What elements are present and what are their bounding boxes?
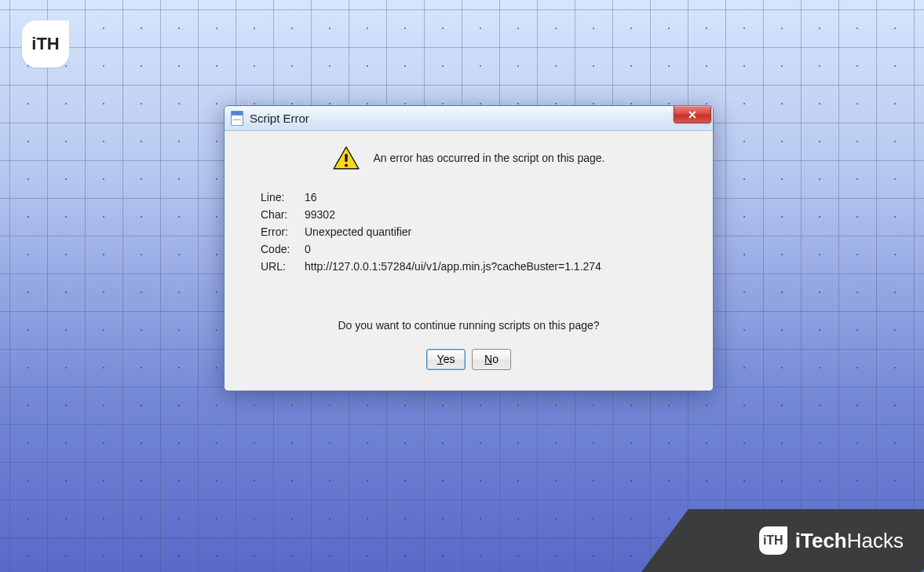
close-icon: ✕ xyxy=(688,108,697,121)
script-error-dialog: Script Error ✕ An error has occurred in … xyxy=(224,105,714,391)
watermark-banner-logo: iTH xyxy=(759,526,787,555)
svg-point-2 xyxy=(345,164,348,167)
code-label: Code: xyxy=(261,240,305,258)
warning-icon xyxy=(333,146,360,170)
close-button[interactable]: ✕ xyxy=(674,106,711,123)
line-label: Line: xyxy=(261,189,305,206)
dialog-buttons: Yes No xyxy=(245,349,692,373)
char-label: Char: xyxy=(261,206,305,223)
watermark-logo-top: iTH xyxy=(22,20,69,68)
url-value: http://127.0.0.1:57284/ui/v1/app.min.js?… xyxy=(305,258,608,275)
yes-accelerator: Y xyxy=(437,353,444,365)
continue-question: Do you want to continue running scripts … xyxy=(245,319,692,332)
no-button[interactable]: No xyxy=(472,349,511,370)
svg-rect-1 xyxy=(345,154,347,163)
detail-row-error: Error: Unexpected quantifier xyxy=(261,223,608,240)
dialog-title: Script Error xyxy=(250,112,309,125)
detail-row-char: Char: 99302 xyxy=(261,206,608,223)
yes-button[interactable]: Yes xyxy=(426,349,466,370)
watermark-banner: iTH iTechHacks xyxy=(641,509,924,572)
no-accelerator: N xyxy=(484,353,492,365)
code-value: 0 xyxy=(305,240,608,258)
error-details-table: Line: 16 Char: 99302 Error: Unexpected q… xyxy=(261,189,608,275)
no-rest: o xyxy=(492,353,499,365)
error-label: Error: xyxy=(261,223,305,240)
watermark-text-light: Hacks xyxy=(847,529,904,552)
dialog-titlebar[interactable]: Script Error ✕ xyxy=(225,106,713,131)
detail-row-url: URL: http://127.0.0.1:57284/ui/v1/app.mi… xyxy=(261,258,608,275)
detail-row-code: Code: 0 xyxy=(261,240,608,258)
watermark-text-bold: iTech xyxy=(795,529,847,552)
document-icon xyxy=(231,111,243,126)
char-value: 99302 xyxy=(305,206,608,223)
warning-row: An error has occurred in the script on t… xyxy=(245,146,692,170)
watermark-banner-text: iTechHacks xyxy=(795,529,904,553)
yes-rest: es xyxy=(444,353,455,365)
error-message: An error has occurred in the script on t… xyxy=(374,152,605,164)
line-value: 16 xyxy=(305,189,608,206)
detail-row-line: Line: 16 xyxy=(261,189,608,206)
url-label: URL: xyxy=(261,258,305,275)
dialog-body: An error has occurred in the script on t… xyxy=(225,131,713,390)
error-value: Unexpected quantifier xyxy=(305,223,608,240)
